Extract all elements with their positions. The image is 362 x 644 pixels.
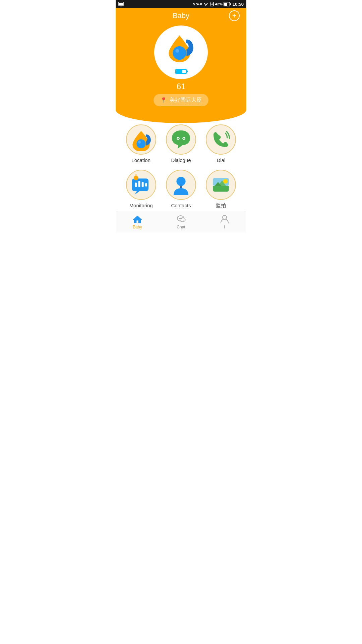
location-pill[interactable]: 📍 美好国际大厦	[154, 94, 208, 106]
page-title: Baby	[173, 11, 189, 20]
chat-nav-label: Chat	[177, 225, 185, 229]
svg-rect-19	[135, 182, 137, 187]
battery-status-icon	[224, 2, 231, 6]
signal-mute-icon: ≫✕	[196, 2, 202, 6]
status-right-area: N ≫✕ 42% 10:50	[193, 2, 244, 7]
svg-point-32	[180, 218, 181, 219]
svg-point-15	[183, 138, 184, 139]
device-avatar[interactable]	[154, 25, 208, 79]
dial-label: Dial	[217, 157, 225, 163]
location-icon-circle	[126, 124, 156, 155]
time-display: 10:50	[233, 2, 244, 7]
svg-rect-6	[224, 3, 227, 6]
status-left-icons	[118, 1, 124, 7]
camera-feature-icon	[209, 173, 232, 196]
svg-point-14	[177, 138, 179, 139]
network-icon: N	[193, 2, 195, 6]
grid-item-dialogue[interactable]: Dialogue	[163, 124, 199, 163]
baby-home-icon	[132, 214, 142, 224]
camera-icon-circle	[206, 170, 236, 200]
svg-rect-4	[211, 3, 213, 5]
content-area: Location Dialogue	[116, 116, 246, 225]
location-feature-icon	[130, 128, 153, 151]
dialogue-feature-icon	[170, 128, 192, 151]
nav-item-profile[interactable]: I	[203, 211, 246, 232]
svg-rect-20	[138, 181, 140, 187]
screen-icon	[118, 1, 124, 7]
monitoring-icon-circle	[126, 170, 156, 200]
camera-label: 监拍	[216, 203, 226, 209]
contacts-icon-circle	[166, 170, 196, 200]
svg-rect-1	[119, 3, 123, 5]
profile-nav-icon	[220, 214, 230, 224]
header-area: Baby + 61 📍 美好国际大厦	[116, 8, 246, 123]
dialogue-label: Dialogue	[171, 157, 191, 163]
svg-rect-22	[145, 183, 147, 186]
svg-rect-21	[141, 182, 143, 187]
grid-item-camera[interactable]: 监拍	[202, 170, 239, 209]
svg-marker-17	[135, 191, 139, 195]
add-button[interactable]: +	[229, 10, 240, 21]
grid-item-monitoring[interactable]: Monitoring	[123, 170, 160, 209]
location-name: 美好国际大厦	[170, 97, 202, 104]
sim-icon	[209, 2, 214, 6]
contacts-feature-icon	[170, 173, 192, 196]
device-logo-icon	[163, 31, 199, 68]
monitoring-label: Monitoring	[129, 203, 153, 208]
grid-item-contacts[interactable]: Contacts	[163, 170, 199, 209]
bottom-nav: Baby Chat I	[116, 211, 246, 232]
grid-row-1: Location Dialogue	[121, 124, 241, 163]
svg-point-11	[138, 141, 141, 144]
baby-nav-label: Baby	[133, 225, 142, 229]
grid-item-dial[interactable]: Dial	[202, 124, 239, 163]
device-battery-icon	[175, 69, 187, 74]
dial-icon-circle	[206, 124, 236, 155]
svg-rect-7	[230, 3, 231, 5]
battery-percent: 42%	[215, 2, 223, 6]
chat-nav-icon	[176, 214, 186, 224]
svg-point-18	[134, 176, 138, 180]
device-number: 61	[122, 82, 240, 91]
monitoring-feature-icon	[130, 173, 153, 196]
svg-point-9	[176, 49, 179, 53]
location-pin-icon: 📍	[160, 97, 167, 103]
svg-point-33	[181, 218, 182, 219]
svg-rect-2	[120, 6, 122, 6]
contacts-label: Contacts	[171, 203, 191, 208]
nav-item-baby[interactable]: Baby	[116, 211, 159, 232]
grid-row-2: Monitoring Contacts	[121, 170, 241, 209]
header-top: Baby +	[122, 11, 240, 20]
svg-point-10	[136, 139, 145, 148]
profile-nav-label: I	[224, 225, 225, 229]
location-label: Location	[131, 157, 150, 163]
svg-point-8	[173, 46, 186, 60]
wifi-icon	[203, 2, 208, 6]
nav-item-chat[interactable]: Chat	[159, 211, 203, 232]
svg-point-31	[179, 218, 180, 219]
grid-item-location[interactable]: Location	[123, 124, 160, 163]
dialogue-icon-circle	[166, 124, 196, 155]
status-bar: N ≫✕ 42% 10:50	[116, 0, 246, 8]
dial-feature-icon	[209, 128, 232, 151]
